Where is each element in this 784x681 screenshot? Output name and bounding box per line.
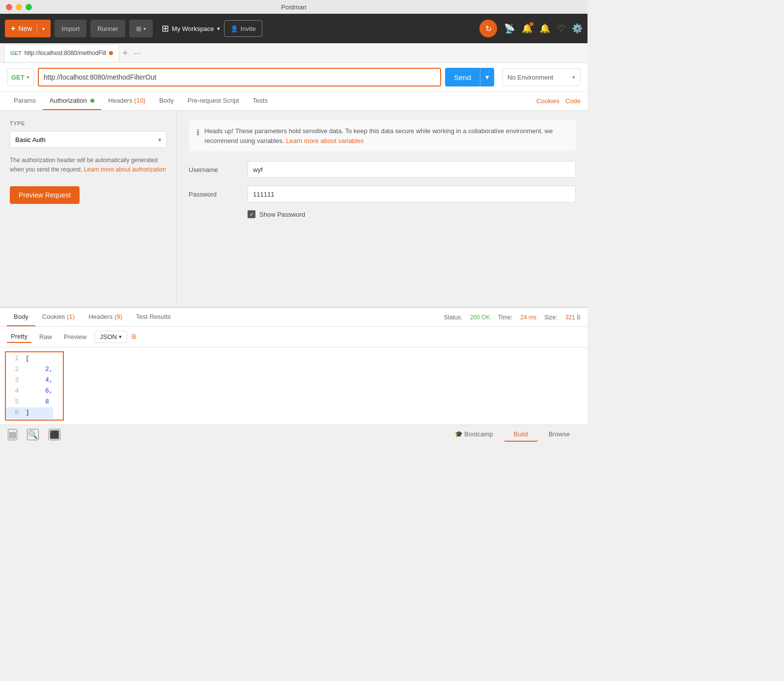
tab-method: GET bbox=[10, 50, 22, 56]
bootcamp-icon: 🎓 bbox=[455, 430, 463, 438]
sidebar-toggle-button[interactable]: ▤ bbox=[8, 429, 17, 440]
size-value: 321 B bbox=[565, 314, 581, 321]
minimize-button[interactable] bbox=[16, 4, 22, 10]
request-tabs: Params Authorization Headers (10) Body P… bbox=[0, 92, 588, 111]
resp-tab-cookies[interactable]: Cookies (1) bbox=[35, 308, 82, 326]
cookies-link[interactable]: Cookies bbox=[536, 97, 560, 105]
toolbar-right: ↻ 📡 🔔 🔔 ♡ ⚙️ bbox=[479, 20, 583, 37]
wrap-button[interactable]: ≡ bbox=[131, 332, 137, 342]
browse-tab[interactable]: Browse bbox=[539, 427, 580, 442]
close-button[interactable] bbox=[6, 4, 12, 10]
request-tab[interactable]: GET http://localhost:8080/methodFilt bbox=[4, 44, 119, 62]
line-number: 5 bbox=[6, 397, 26, 407]
send-button[interactable]: Send ▾ bbox=[445, 68, 494, 86]
line-number: 2 bbox=[6, 364, 26, 375]
tab-modified-dot bbox=[109, 51, 113, 55]
chevron-down-icon: ▾ bbox=[572, 74, 575, 81]
resp-tab-body[interactable]: Body bbox=[7, 308, 35, 326]
heart-icon-button[interactable]: ♡ bbox=[557, 23, 565, 34]
auth-description: The authorization header will be automat… bbox=[10, 156, 167, 174]
auth-active-dot bbox=[90, 99, 94, 103]
sync-button[interactable]: ↻ bbox=[479, 20, 497, 37]
method-value: GET bbox=[11, 74, 25, 81]
send-dropdown-arrow[interactable]: ▾ bbox=[480, 68, 494, 86]
settings-icon: ⚙️ bbox=[572, 24, 583, 33]
tab-authorization[interactable]: Authorization bbox=[43, 92, 102, 110]
learn-more-link[interactable]: Learn more about authorization bbox=[84, 166, 166, 173]
bootcamp-tab[interactable]: 🎓 Bootcamp bbox=[445, 427, 503, 442]
chevron-down-icon: ▾ bbox=[27, 74, 29, 81]
divider bbox=[37, 24, 37, 33]
environment-selector[interactable]: No Environment ▾ bbox=[502, 68, 581, 86]
invite-button[interactable]: 👤 Invite bbox=[224, 20, 262, 37]
show-password-label[interactable]: Show Password bbox=[259, 211, 305, 218]
maximize-button[interactable] bbox=[26, 4, 32, 10]
antenna-icon-button[interactable]: 📡 bbox=[504, 23, 515, 34]
new-tab-button[interactable]: + bbox=[119, 49, 131, 57]
type-label: TYPE bbox=[10, 120, 167, 126]
line-number: 3 bbox=[6, 375, 26, 386]
line-content: 4, bbox=[26, 375, 53, 386]
console-button[interactable]: ⬛ bbox=[49, 429, 60, 440]
password-row: Password bbox=[189, 186, 576, 202]
type-select-wrapper: Basic Auth No Auth Bearer Token OAuth 2.… bbox=[10, 131, 167, 148]
import-button[interactable]: Import bbox=[55, 20, 86, 37]
status-value: 200 OK bbox=[470, 314, 490, 321]
environment-value: No Environment bbox=[507, 74, 553, 81]
search-icon: 🔍 bbox=[28, 430, 38, 439]
new-label: New bbox=[18, 25, 32, 32]
resp-tab-test-results[interactable]: Test Results bbox=[129, 308, 178, 326]
new-button[interactable]: + New ▾ bbox=[5, 20, 51, 37]
show-password-checkbox[interactable]: ✓ bbox=[248, 210, 255, 218]
auth-type-select[interactable]: Basic Auth No Auth Bearer Token OAuth 2.… bbox=[10, 131, 167, 148]
format-raw-button[interactable]: Raw bbox=[35, 331, 56, 342]
runner-button[interactable]: Runner bbox=[90, 20, 125, 37]
line-number: 6 bbox=[6, 407, 26, 418]
resp-tab-headers[interactable]: Headers (9) bbox=[82, 308, 129, 326]
username-input[interactable] bbox=[248, 161, 576, 178]
inner-code-lines: 1 [ 2 2, 3 4, 4 6, bbox=[6, 353, 63, 419]
method-selector[interactable]: GET ▾ bbox=[7, 68, 34, 86]
code-line: 3 4, bbox=[6, 375, 53, 386]
user-icon: 👤 bbox=[230, 25, 238, 32]
tab-headers[interactable]: Headers (10) bbox=[101, 92, 152, 110]
format-pretty-button[interactable]: Pretty bbox=[7, 331, 31, 343]
line-content: ] bbox=[26, 407, 53, 418]
show-password-row: ✓ Show Password bbox=[248, 210, 576, 218]
settings-icon-button[interactable]: ⚙️ bbox=[572, 23, 583, 34]
url-input[interactable] bbox=[44, 73, 435, 81]
preview-request-button[interactable]: Preview Request bbox=[10, 186, 80, 204]
tab-params[interactable]: Params bbox=[7, 92, 43, 110]
auth-panel: TYPE Basic Auth No Auth Bearer Token OAu… bbox=[0, 111, 588, 307]
heart-icon: ♡ bbox=[557, 24, 565, 33]
collection-icon-button[interactable]: ⊞ ▾ bbox=[129, 20, 153, 37]
notification-badge bbox=[530, 22, 533, 26]
code-link[interactable]: Code bbox=[565, 97, 581, 105]
tab-pre-request[interactable]: Pre-request Script bbox=[181, 92, 246, 110]
notification-icon-button[interactable]: 🔔 bbox=[539, 23, 550, 34]
password-input[interactable] bbox=[248, 186, 576, 202]
line-content: 8 bbox=[26, 397, 53, 407]
checkmark-icon: ✓ bbox=[250, 211, 254, 218]
more-tabs-button[interactable]: ··· bbox=[131, 49, 144, 57]
sidebar-icon: ▤ bbox=[9, 430, 16, 439]
code-line: 2 2, bbox=[6, 364, 53, 375]
workspace-selector[interactable]: ⊞ My Workspace ▾ bbox=[162, 23, 220, 34]
status-label: Status: bbox=[444, 314, 462, 321]
tab-bar: GET http://localhost:8080/methodFilt + ·… bbox=[0, 43, 588, 63]
response-tabs: Body Cookies (1) Headers (9) Test Result… bbox=[0, 308, 588, 327]
chevron-down-icon: ▾ bbox=[217, 26, 220, 32]
bell-icon-button[interactable]: 🔔 bbox=[522, 23, 532, 34]
tab-body[interactable]: Body bbox=[152, 92, 181, 110]
plus-icon: + bbox=[11, 24, 15, 33]
status-icons: ▤ 🔍 ⬛ bbox=[8, 429, 60, 440]
tab-tests[interactable]: Tests bbox=[246, 92, 275, 110]
status-bar: ▤ 🔍 ⬛ 🎓 Bootcamp Build Browse bbox=[0, 425, 588, 444]
format-preview-button[interactable]: Preview bbox=[60, 331, 90, 342]
alert-learn-more[interactable]: Learn more about variables bbox=[286, 137, 364, 144]
search-button[interactable]: 🔍 bbox=[27, 429, 39, 440]
app-title: Postman bbox=[281, 3, 306, 11]
build-tab[interactable]: Build bbox=[504, 427, 538, 442]
notification-icon: 🔔 bbox=[539, 24, 550, 33]
json-type-selector[interactable]: JSON ▾ bbox=[94, 331, 127, 343]
